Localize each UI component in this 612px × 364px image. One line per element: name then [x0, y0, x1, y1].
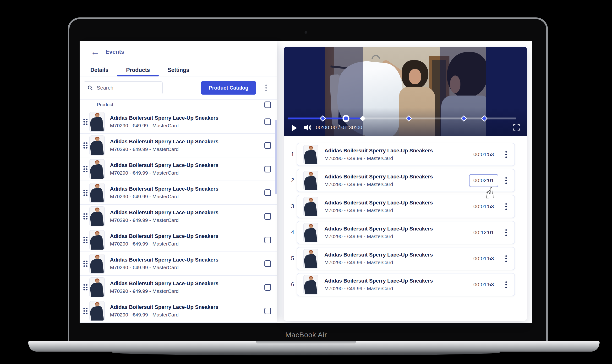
timeline-item-number: 6 — [288, 281, 297, 288]
timeline-card[interactable]: Adidas Boilersuit Sperry Lace-Up Sneaker… — [297, 143, 515, 166]
product-title: Adidas Boilersuit Sperry Lace-Up Sneaker… — [110, 115, 218, 121]
seek-bar[interactable] — [288, 117, 516, 119]
product-checkbox[interactable] — [264, 237, 271, 243]
drag-handle-icon[interactable] — [83, 260, 87, 267]
drag-handle-icon[interactable] — [83, 284, 87, 290]
card-kebab-menu-icon[interactable] — [503, 149, 509, 160]
timeline-item-number: 4 — [288, 229, 297, 236]
timeline-item-number: 2 — [288, 177, 297, 184]
drag-handle-icon[interactable] — [83, 308, 87, 314]
product-subtitle: M70290 - €49.99 - MasterCard — [110, 288, 218, 294]
card-kebab-menu-icon[interactable] — [503, 253, 509, 264]
timeline-card[interactable]: Adidas Boilersuit Sperry Lace-Up Sneaker… — [297, 273, 515, 296]
timeline-item-number: 3 — [288, 203, 297, 210]
product-row[interactable]: Adidas Boilersuit Sperry Lace-Up Sneaker… — [80, 228, 277, 252]
product-row[interactable]: Adidas Boilersuit Sperry Lace-Up Sneaker… — [80, 299, 277, 323]
drag-handle-icon[interactable] — [83, 142, 87, 149]
search-box[interactable] — [84, 81, 163, 94]
product-subtitle: M70290 - €49.99 - MasterCard — [324, 208, 433, 213]
product-catalog-button[interactable]: Product Catalog — [201, 81, 256, 95]
card-kebab-menu-icon[interactable] — [503, 279, 509, 290]
product-thumbnail — [89, 206, 105, 226]
timestamp-field[interactable]: 00:01:53 — [469, 252, 498, 265]
drag-handle-icon[interactable] — [83, 213, 87, 220]
timeline-card[interactable]: Adidas Boilersuit Sperry Lace-Up Sneaker… — [297, 169, 515, 192]
laptop-lid-notch — [256, 341, 356, 344]
back-arrow-icon[interactable]: ← — [91, 47, 100, 56]
product-subtitle: M70290 - €49.99 - MasterCard — [110, 312, 218, 318]
drag-handle-icon[interactable] — [83, 190, 87, 196]
timestamp-field[interactable]: 00:01:53 — [469, 278, 498, 291]
product-subtitle: M70290 - €49.99 - MasterCard — [324, 286, 433, 291]
fullscreen-icon[interactable] — [513, 124, 520, 131]
macbook-air-label: MacBook Air — [68, 331, 544, 339]
product-subtitle: M70290 - €49.99 - MasterCard — [110, 265, 218, 270]
timeline-card[interactable]: Adidas Boilersuit Sperry Lace-Up Sneaker… — [297, 221, 515, 244]
product-title: Adidas Boilersuit Sperry Lace-Up Sneaker… — [324, 226, 433, 232]
timestamp-field[interactable]: 00:12:01 — [469, 226, 498, 239]
play-icon[interactable] — [292, 125, 297, 131]
products-toolbar: Product Catalog — [80, 77, 277, 99]
tab[interactable]: Settings — [159, 63, 198, 76]
product-checkbox[interactable] — [264, 284, 271, 291]
product-title: Adidas Boilersuit Sperry Lace-Up Sneaker… — [110, 162, 218, 168]
product-list: Adidas Boilersuit Sperry Lace-Up Sneaker… — [80, 110, 277, 323]
product-subtitle: M70290 - €49.99 - MasterCard — [110, 217, 218, 223]
timeline-list: 1 Adidas Boilersuit Sperry Lace-Up Sneak… — [284, 143, 527, 296]
search-input[interactable] — [96, 85, 159, 91]
product-subtitle: M70290 - €49.99 - MasterCard — [110, 146, 218, 152]
card-kebab-menu-icon[interactable] — [503, 227, 509, 238]
controls-shade — [284, 108, 527, 136]
product-row[interactable]: Adidas Boilersuit Sperry Lace-Up Sneaker… — [80, 110, 277, 134]
drag-handle-icon[interactable] — [83, 119, 87, 125]
product-thumbnail — [89, 135, 105, 156]
timestamp-field[interactable]: 00:01:53 — [469, 200, 498, 213]
product-checkbox[interactable] — [264, 213, 271, 220]
product-checkbox[interactable] — [264, 189, 271, 196]
timeline-item: 6 Adidas Boilersuit Sperry Lace-Up Sneak… — [284, 273, 527, 296]
product-row[interactable]: Adidas Boilersuit Sperry Lace-Up Sneaker… — [80, 205, 277, 228]
tab-label: Settings — [168, 67, 189, 73]
timeline-item: 1 Adidas Boilersuit Sperry Lace-Up Sneak… — [284, 143, 527, 166]
product-row[interactable]: Adidas Boilersuit Sperry Lace-Up Sneaker… — [80, 157, 277, 181]
tab[interactable]: Products — [117, 63, 159, 76]
product-subtitle: M70290 - €49.99 - MasterCard — [324, 260, 433, 265]
product-row[interactable]: Adidas Boilersuit Sperry Lace-Up Sneaker… — [80, 181, 277, 205]
card-kebab-menu-icon[interactable] — [503, 201, 509, 212]
timeline-item: 3 Adidas Boilersuit Sperry Lace-Up Sneak… — [284, 195, 527, 218]
timeline-card[interactable]: Adidas Boilersuit Sperry Lace-Up Sneaker… — [297, 247, 515, 270]
product-subtitle: M70290 - €49.99 - MasterCard — [110, 194, 218, 199]
product-checkbox[interactable] — [264, 142, 271, 149]
volume-icon[interactable] — [303, 124, 313, 131]
tab-label: Products — [126, 67, 150, 73]
product-subtitle: M70290 - €49.99 - MasterCard — [110, 170, 218, 176]
product-thumbnail — [89, 183, 105, 203]
video-player[interactable]: 00:00:00 / 01:30:00 — [284, 47, 527, 136]
drag-handle-icon[interactable] — [83, 166, 87, 172]
card-kebab-menu-icon[interactable] — [503, 175, 509, 186]
timeline-card[interactable]: Adidas Boilersuit Sperry Lace-Up Sneaker… — [297, 195, 515, 218]
product-thumbnail — [303, 223, 318, 242]
product-row[interactable]: Adidas Boilersuit Sperry Lace-Up Sneaker… — [80, 134, 277, 157]
toolbar-kebab-menu-icon[interactable] — [263, 83, 269, 93]
tab[interactable]: Details — [82, 63, 117, 76]
product-checkbox[interactable] — [264, 308, 271, 314]
product-row[interactable]: Adidas Boilersuit Sperry Lace-Up Sneaker… — [80, 252, 277, 276]
seek-marker[interactable] — [342, 115, 350, 122]
product-title: Adidas Boilersuit Sperry Lace-Up Sneaker… — [324, 148, 433, 154]
timestamp-field[interactable]: 00:02:01 — [469, 174, 498, 187]
product-row[interactable]: Adidas Boilersuit Sperry Lace-Up Sneaker… — [80, 276, 277, 299]
scrollbar-thumb[interactable] — [275, 120, 277, 194]
breadcrumb-events[interactable]: Events — [105, 49, 124, 55]
drag-handle-icon[interactable] — [83, 237, 87, 243]
product-thumbnail — [89, 112, 105, 132]
webcam-dot — [305, 31, 307, 34]
product-checkbox[interactable] — [264, 118, 271, 125]
product-title: Adidas Boilersuit Sperry Lace-Up Sneaker… — [324, 200, 433, 206]
product-checkbox[interactable] — [264, 166, 271, 172]
timestamp-field[interactable]: 00:01:53 — [469, 148, 498, 161]
time-display: 00:00:00 / 01:30:00 — [316, 125, 362, 131]
product-checkbox[interactable] — [264, 260, 271, 267]
timeline-item-number: 5 — [288, 255, 297, 262]
select-all-checkbox[interactable] — [264, 102, 271, 108]
